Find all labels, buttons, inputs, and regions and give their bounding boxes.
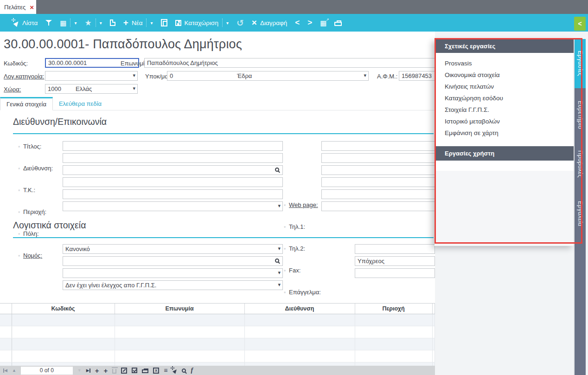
grid-header-dieythynsi[interactable]: Διεύθυνση <box>244 304 355 314</box>
table-row[interactable] <box>0 350 435 362</box>
task-stoixeia-ggps[interactable]: Στοιχεία Γ.Γ.Π.Σ. <box>435 104 574 116</box>
delete-button[interactable]: × Διαγραφή <box>252 19 287 26</box>
chevron-down-icon[interactable]: ▾ <box>278 270 281 276</box>
filter-button[interactable] <box>45 19 52 26</box>
menu-icon[interactable]: ≡ <box>164 367 167 374</box>
doy-input[interactable] <box>355 244 435 254</box>
fax-input[interactable] <box>321 177 435 187</box>
tab-general[interactable]: Γενικά στοιχεία <box>0 97 53 110</box>
task-kataxorisi-esodou[interactable]: Καταχώρηση εσόδου <box>435 92 574 104</box>
webpage-input[interactable] <box>321 141 435 151</box>
chevron-down-icon[interactable]: ▾ <box>133 85 135 91</box>
main-toolbar: Λίστα ▦ ▾ ★ ▾ + Νέα ▾ Καταχώριση <box>0 14 588 32</box>
task-emfanisi-se-xarti[interactable]: Εμφάνιση σε χάρτη <box>435 127 574 139</box>
add-row-button[interactable]: + <box>95 367 99 374</box>
task-prosvasis[interactable]: Prosvasis <box>435 58 574 69</box>
log-katigoria-label[interactable]: Λογ.κατηγορία: <box>4 71 44 81</box>
print-button[interactable] <box>334 19 342 26</box>
views-button[interactable]: ▦ ▾ <box>60 19 77 27</box>
grid-header-perioxi[interactable]: Περιοχή <box>355 304 432 314</box>
table-row[interactable] <box>0 362 435 366</box>
task-istoriko-metavolon[interactable]: Ιστορικό μεταβολών <box>435 116 574 127</box>
chevron-down-icon[interactable]: ▾ <box>364 72 366 78</box>
chevron-down-icon[interactable]: ▾ <box>74 20 77 26</box>
print-grid-icon[interactable] <box>142 369 148 373</box>
grid-header-kodikos[interactable]: Κωδικός <box>12 304 115 314</box>
new-button[interactable]: + Νέα ▾ <box>123 19 153 27</box>
undo-button[interactable]: ↺ <box>236 18 244 28</box>
tab-free-fields[interactable]: Ελεύθερα πεδία <box>53 97 108 110</box>
kath-fpa-select[interactable]: Κανονικό▾ <box>63 244 283 254</box>
close-icon[interactable]: × <box>30 4 34 11</box>
tk-input[interactable] <box>63 165 283 175</box>
table-row[interactable] <box>0 314 435 326</box>
xora-label[interactable]: Χώρα: <box>4 84 21 94</box>
last-record-button[interactable]: ▶ <box>86 368 90 373</box>
perioxi-input[interactable] <box>63 177 283 187</box>
grid-header-row: Κωδικός Επωνυμία Διεύθυνση Περιοχή <box>0 304 435 314</box>
chevron-down-icon[interactable]: ▾ <box>150 20 153 26</box>
tab-pelates[interactable]: Πελάτες × <box>0 0 36 14</box>
ypokma-select[interactable]: 0 Έδρα ▾ <box>167 71 369 81</box>
first-record-button[interactable]: ◀ <box>3 368 7 373</box>
side-tab-provoles[interactable]: Προβολές <box>575 142 586 185</box>
chevron-down-icon[interactable]: ▾ <box>278 246 281 252</box>
elegxos-afm-select[interactable]: Δεν έχει γίνει έλεγχος απο Γ.Γ.Π.Σ.▾ <box>63 280 283 290</box>
divider <box>146 19 147 27</box>
copy-button[interactable] <box>161 19 167 26</box>
poli-input[interactable] <box>63 189 283 199</box>
til2-input[interactable] <box>321 165 435 175</box>
chevron-down-icon[interactable]: ▾ <box>278 203 281 209</box>
nomos-select[interactable]: ▾ <box>63 201 283 211</box>
copy-icon <box>163 21 167 26</box>
search-icon[interactable] <box>275 259 279 263</box>
task-oikonomika-stoixeia[interactable]: Οικονομικά στοιχεία <box>435 69 574 81</box>
email-input[interactable] <box>321 201 435 211</box>
delete-row-icon[interactable] <box>112 369 116 374</box>
grid-header-eponymia[interactable]: Επωνυμία <box>115 304 244 314</box>
previous-row-button[interactable]: ▲ <box>12 368 16 373</box>
epaggelma-input[interactable] <box>321 189 435 199</box>
add-child-row-button[interactable]: + <box>103 367 108 374</box>
confirm-icon[interactable] <box>132 368 137 373</box>
titlos-input[interactable] <box>63 141 283 151</box>
next-row-button[interactable]: ▼ <box>77 368 82 373</box>
chevron-down-icon[interactable]: ▾ <box>278 282 281 288</box>
kodikos-amoivis-input[interactable] <box>355 268 435 278</box>
chevron-down-icon[interactable]: ▾ <box>133 72 135 78</box>
numpad-button[interactable]: ▦ ↗ <box>320 19 326 26</box>
previous-record-button[interactable]: < <box>295 18 300 27</box>
side-tab-ergasies[interactable]: Εργασίες <box>575 39 586 88</box>
function-icon[interactable]: f <box>191 367 193 374</box>
til1-input[interactable] <box>321 153 435 163</box>
task-kiniseis-pelaton[interactable]: Κινήσεις πελατών <box>435 81 574 92</box>
afm-input[interactable]: 156987453 <box>399 71 435 81</box>
chevron-down-icon[interactable]: ▾ <box>100 20 102 26</box>
search-icon[interactable] <box>182 369 186 373</box>
table-row[interactable] <box>0 338 435 350</box>
table-row[interactable] <box>0 326 435 338</box>
list-button[interactable]: Λίστα <box>13 19 38 26</box>
collapse-panel-button[interactable]: < <box>574 17 586 31</box>
edit-row-icon[interactable] <box>121 368 127 374</box>
idiotita-select[interactable]: ▾ <box>63 268 283 278</box>
favorites-button[interactable]: ★ ▾ <box>85 19 102 27</box>
xora-select[interactable]: 1000 Ελλάς ▾ <box>45 84 138 94</box>
address-section-title: Διεύθυνση/Επικοινωνία <box>13 116 107 127</box>
chevron-down-icon[interactable]: ▾ <box>226 20 229 26</box>
side-tab-ergaleia[interactable]: Εργαλεία <box>575 191 586 236</box>
export-excel-icon[interactable]: X <box>153 368 159 374</box>
search-icon[interactable] <box>275 168 279 172</box>
side-tab-evretirio[interactable]: Ευρετήριο <box>575 91 586 139</box>
open-button[interactable] <box>110 19 115 26</box>
logsmos-input[interactable] <box>63 256 283 266</box>
myf-input[interactable]: Υπόχρεος <box>355 256 435 266</box>
log-katigoria-select[interactable]: ▾ <box>45 71 138 81</box>
dieythynsi-input[interactable] <box>63 153 283 163</box>
save-button[interactable]: Καταχώριση ▾ <box>175 19 229 27</box>
next-record-button[interactable]: > <box>307 18 312 27</box>
new-button-label: Νέα <box>132 19 143 26</box>
magic-cursor-icon[interactable] <box>172 368 177 374</box>
eponymia-input[interactable]: Παπαδόπουλος Δημήτριος <box>144 58 435 68</box>
printer-icon <box>334 22 342 26</box>
